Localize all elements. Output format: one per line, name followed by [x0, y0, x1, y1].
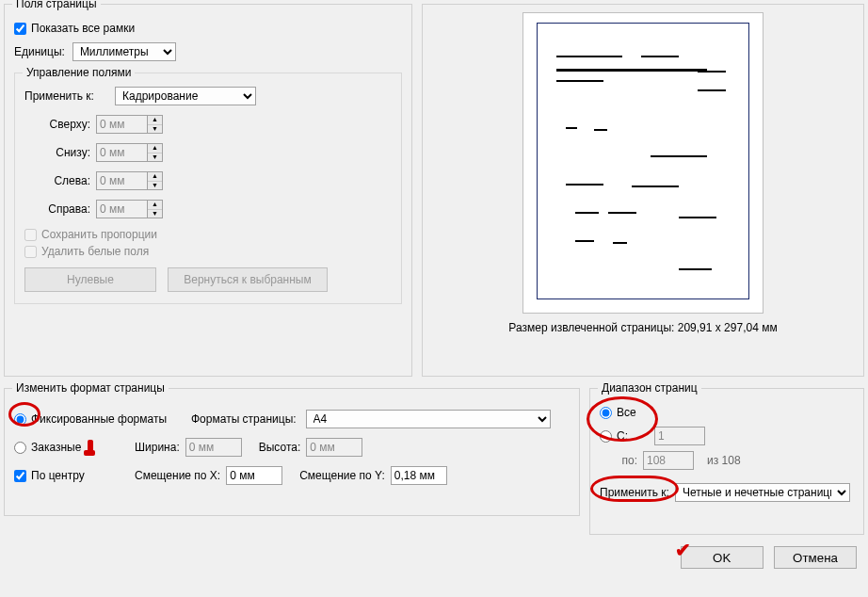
keep-ratio-checkbox[interactable]	[24, 229, 37, 241]
range-apply-label: Применить к:	[600, 486, 669, 499]
range-to-input[interactable]	[643, 451, 694, 470]
resize-legend: Изменить формат страницы	[12, 381, 169, 395]
margin-right-spinner[interactable]: ▲▼	[148, 200, 163, 218]
page-preview-frame	[537, 23, 749, 299]
fixed-formats-radio[interactable]	[14, 413, 26, 426]
margin-right-label: Справа:	[24, 202, 90, 216]
offset-x-input[interactable]	[226, 466, 282, 485]
keep-ratio-label: Сохранить пропорции	[41, 228, 157, 241]
margin-top-spinner[interactable]: ▲▼	[148, 115, 163, 134]
page-range-group: Диапазон страниц Все С: по: из 108 Приме…	[589, 388, 864, 535]
page-format-select[interactable]: A4	[306, 410, 551, 428]
margin-bottom-spinner[interactable]: ▲▼	[148, 143, 163, 162]
page-formats-label: Форматы страницы:	[191, 412, 297, 426]
margin-bottom-input[interactable]	[96, 143, 148, 162]
page-range-legend: Диапазон страниц	[598, 381, 701, 395]
apply-to-select[interactable]: Кадрирование	[115, 87, 256, 105]
units-select[interactable]: Миллиметры	[72, 42, 176, 61]
remove-white-checkbox[interactable]	[24, 246, 37, 258]
center-label: По центру	[31, 469, 135, 482]
margin-top-input[interactable]	[96, 115, 148, 134]
range-all-label: Все	[617, 406, 636, 419]
manage-margins-group: Управление полями Применить к: Кадрирова…	[14, 73, 402, 304]
custom-label: Заказные	[31, 441, 135, 454]
margin-top-label: Сверху:	[24, 118, 90, 131]
cancel-button[interactable]: Отмена	[774, 546, 857, 569]
range-from-radio[interactable]	[600, 430, 612, 443]
ok-button[interactable]: OK	[681, 546, 764, 569]
manage-margins-legend: Управление полями	[23, 66, 135, 79]
margin-left-input[interactable]	[96, 171, 148, 190]
height-input[interactable]	[306, 438, 362, 457]
extracted-size-label: Размер извлеченной страницы: 209,91 x 29…	[432, 321, 854, 334]
preview-group: .	[422, 4, 864, 377]
height-label: Высота:	[259, 441, 301, 454]
offset-y-label: Смещение по Y:	[299, 469, 385, 482]
range-of-label: из 108	[707, 454, 741, 467]
offset-x-label: Смещение по X:	[135, 469, 220, 482]
page-margins-legend: Поля страницы	[12, 0, 101, 10]
show-all-frames-checkbox[interactable]	[14, 23, 26, 35]
resize-group: Изменить формат страницы Фиксированные ф…	[4, 388, 580, 516]
center-checkbox[interactable]	[14, 470, 26, 482]
offset-y-input[interactable]	[391, 466, 447, 485]
units-label: Единицы:	[14, 45, 65, 58]
margin-left-label: Слева:	[24, 174, 90, 187]
range-from-label: С:	[617, 429, 637, 443]
margin-left-spinner[interactable]: ▲▼	[148, 171, 163, 190]
apply-to-label: Применить к:	[24, 89, 109, 103]
revert-button[interactable]: Вернуться к выбранным	[168, 267, 328, 292]
page-margins-group: Поля страницы Показать все рамки Единицы…	[4, 4, 412, 377]
fixed-formats-label: Фиксированные форматы	[31, 412, 191, 426]
remove-white-label: Удалить белые поля	[41, 245, 149, 258]
zero-button[interactable]: Нулевые	[24, 267, 156, 292]
range-to-label: по:	[600, 454, 637, 467]
range-all-radio[interactable]	[600, 407, 612, 419]
width-label: Ширина:	[135, 441, 180, 454]
width-input[interactable]	[185, 438, 242, 457]
show-all-frames-label: Показать все рамки	[31, 22, 135, 35]
range-from-input[interactable]	[654, 427, 705, 445]
custom-radio[interactable]	[14, 442, 26, 454]
range-apply-select[interactable]: Четные и нечетные страницы	[675, 483, 850, 502]
margin-right-input[interactable]	[96, 200, 148, 218]
margin-bottom-label: Снизу:	[24, 146, 90, 159]
page-preview	[522, 12, 764, 314]
